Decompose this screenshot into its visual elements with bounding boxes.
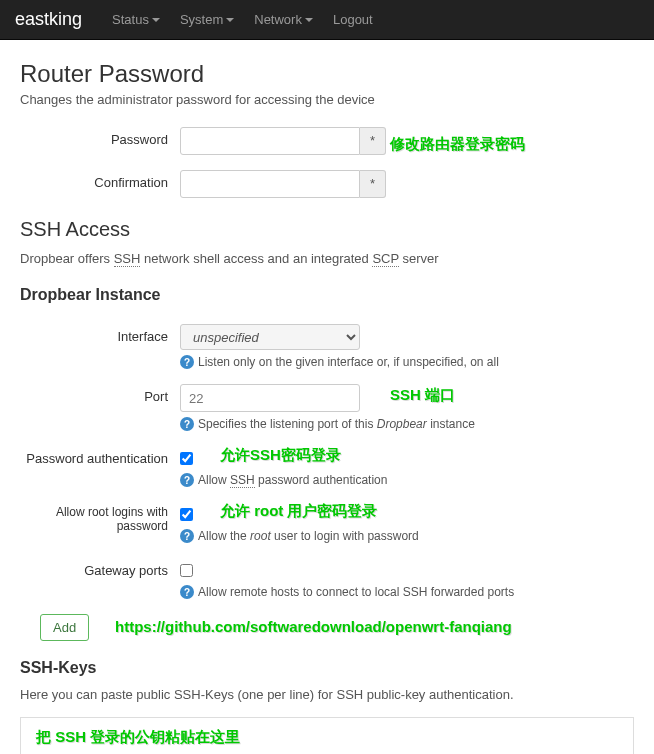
router-password-desc: Changes the administrator password for a… [20, 92, 634, 107]
scp-abbr: SCP [372, 251, 399, 267]
sshkeys-title: SSH-Keys [20, 659, 634, 677]
port-help: Specifies the listening port of this Dro… [198, 417, 475, 431]
annotation-rootlogin: 允许 root 用户密码登录 [220, 502, 378, 521]
nav-network[interactable]: Network [244, 12, 323, 27]
gateway-help: Allow remote hosts to connect to local S… [198, 585, 514, 599]
confirmation-input[interactable] [180, 170, 360, 198]
navbar: eastking Status System Network Logout [0, 0, 654, 40]
router-password-title: Router Password [20, 60, 634, 88]
nav-system[interactable]: System [170, 12, 244, 27]
help-icon: ? [180, 529, 194, 543]
rootlogin-help: Allow the root user to login with passwo… [198, 529, 419, 543]
confirmation-label: Confirmation [20, 170, 180, 190]
add-button[interactable]: Add [40, 614, 89, 641]
rootlogin-checkbox[interactable] [180, 508, 193, 521]
pwauth-checkbox[interactable] [180, 452, 193, 465]
annotation-password: 修改路由器登录密码 [390, 135, 525, 154]
help-icon: ? [180, 585, 194, 599]
annotation-pwauth: 允许SSH密码登录 [220, 446, 341, 465]
password-reveal-button[interactable]: * [360, 127, 386, 155]
pwauth-label: Password authentication [20, 446, 180, 466]
chevron-down-icon [226, 18, 234, 22]
help-icon: ? [180, 473, 194, 487]
sshkeys-textarea[interactable]: 把 SSH 登录的公钥粘贴在这里 [20, 717, 634, 754]
annotation-sshkeys: 把 SSH 登录的公钥粘贴在这里 [36, 728, 240, 747]
brand[interactable]: eastking [15, 9, 82, 30]
interface-label: Interface [20, 324, 180, 344]
chevron-down-icon [305, 18, 313, 22]
password-input[interactable] [180, 127, 360, 155]
annotation-url: https://github.com/softwaredownload/open… [115, 618, 512, 635]
help-icon: ? [180, 417, 194, 431]
dropbear-instance-title: Dropbear Instance [20, 286, 634, 304]
ssh-abbr: SSH [114, 251, 141, 267]
interface-help: Listen only on the given interface or, i… [198, 355, 499, 369]
gateway-checkbox[interactable] [180, 564, 193, 577]
ssh-access-title: SSH Access [20, 218, 634, 241]
chevron-down-icon [152, 18, 160, 22]
nav-status[interactable]: Status [102, 12, 170, 27]
nav-logout[interactable]: Logout [323, 12, 383, 27]
pwauth-help: Allow SSH password authentication [198, 473, 387, 487]
port-label: Port [20, 384, 180, 404]
rootlogin-label: Allow root logins with password [20, 502, 180, 534]
help-icon: ? [180, 355, 194, 369]
port-input[interactable] [180, 384, 360, 412]
confirmation-reveal-button[interactable]: * [360, 170, 386, 198]
ssh-access-desc: Dropbear offers SSH network shell access… [20, 251, 634, 266]
interface-select[interactable]: unspecified [180, 324, 360, 350]
gateway-label: Gateway ports [20, 558, 180, 578]
sshkeys-desc: Here you can paste public SSH-Keys (one … [20, 687, 634, 702]
annotation-port: SSH 端口 [390, 386, 455, 405]
password-label: Password [20, 127, 180, 147]
